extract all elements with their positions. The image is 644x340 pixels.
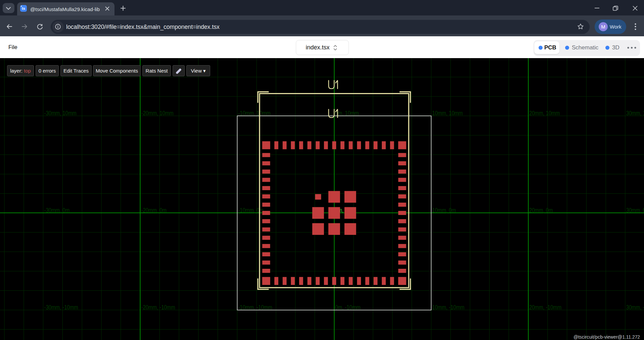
svg-text:-30mm, -10mm: -30mm, -10mm: [44, 304, 78, 311]
svg-text:-20mm, 10mm: -20mm, 10mm: [141, 110, 174, 117]
svg-text:-30mm, 10mm: -30mm, 10mm: [44, 110, 77, 117]
svg-text:30mm, 0m: 30mm, 0m: [626, 207, 644, 214]
svg-text:10mm, 0m: 10mm, 0m: [432, 207, 456, 214]
svg-text:@tscircuit/pcb-viewer@1.11.272: @tscircuit/pcb-viewer@1.11.272: [573, 335, 640, 340]
svg-text:-30mm, 0m: -30mm, 0m: [44, 207, 70, 214]
svg-text:30mm, 10mm: 30mm, 10mm: [626, 110, 644, 117]
svg-text:20mm, 0m: 20mm, 0m: [529, 207, 553, 214]
svg-text:30mm, -10mm: 30mm, -10mm: [626, 304, 644, 311]
svg-text:20mm, 10mm: 20mm, 10mm: [529, 110, 560, 117]
svg-text:20mm, -10mm: 20mm, -10mm: [529, 304, 561, 311]
svg-text:10mm, -10mm: 10mm, -10mm: [432, 304, 464, 311]
svg-text:-20mm, 0m: -20mm, 0m: [141, 207, 167, 214]
svg-text:-20mm, -10mm: -20mm, -10mm: [141, 304, 175, 311]
svg-text:10mm, 10mm: 10mm, 10mm: [432, 110, 463, 117]
